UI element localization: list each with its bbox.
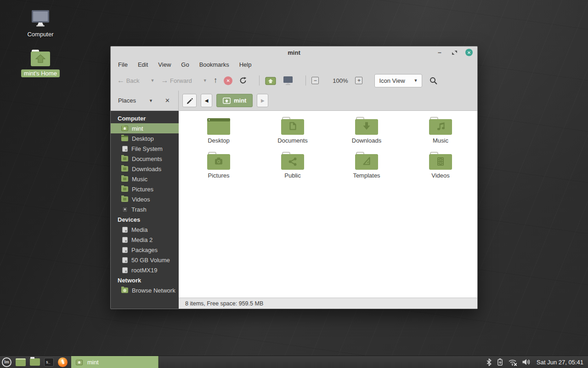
places-label: Places bbox=[118, 97, 136, 104]
zoom-in-button[interactable]: + bbox=[355, 77, 362, 84]
file-downloads[interactable]: Downloads bbox=[339, 115, 394, 144]
taskbar-window-button[interactable]: mint bbox=[71, 356, 158, 368]
stop-icon: ✕ bbox=[224, 76, 232, 85]
terminal-launcher-icon[interactable]: $_ bbox=[44, 358, 54, 367]
music-folder-icon bbox=[428, 115, 453, 136]
sidebar-item-documents[interactable]: Documents bbox=[111, 154, 179, 164]
search-button[interactable] bbox=[430, 77, 437, 85]
computer-icon bbox=[283, 76, 294, 85]
file-view[interactable]: Desktop Documents Downloads bbox=[179, 111, 477, 298]
back-history-dropdown[interactable]: ▼ bbox=[151, 78, 155, 83]
restore-button[interactable] bbox=[451, 49, 458, 56]
drive-icon bbox=[122, 257, 128, 263]
sidebar-item-browse-network[interactable]: Browse Network bbox=[111, 285, 179, 295]
path-scroll-right-button[interactable]: ▶ bbox=[257, 94, 268, 107]
path-scroll-left-button[interactable]: ◀ bbox=[201, 94, 212, 107]
refresh-button[interactable] bbox=[239, 76, 247, 85]
file-videos[interactable]: Videos bbox=[413, 150, 468, 179]
wifi-disconnected-icon[interactable] bbox=[508, 358, 518, 366]
home-folder-icon bbox=[223, 98, 231, 104]
places-header[interactable]: Places ▼ ✕ bbox=[111, 91, 179, 110]
bluetooth-icon[interactable] bbox=[486, 358, 492, 366]
view-mode-dropdown[interactable]: Icon View ▼ bbox=[374, 74, 422, 87]
sidebar-item-videos[interactable]: Videos bbox=[111, 194, 179, 204]
home-button[interactable] bbox=[265, 76, 276, 85]
sidebar-section-computer: Computer bbox=[111, 113, 179, 123]
sidebar-item-50gb-volume[interactable]: 50 GB Volume bbox=[111, 255, 179, 265]
mint-menu-button[interactable]: lm bbox=[2, 357, 11, 367]
drive-icon bbox=[122, 227, 128, 233]
desktop-icon-label: mint's Home bbox=[21, 69, 60, 77]
sidebar-item-mint[interactable]: mint bbox=[111, 123, 179, 133]
file-public[interactable]: Public bbox=[265, 150, 320, 179]
zoom-out-button[interactable]: − bbox=[311, 77, 319, 84]
pencil-icon bbox=[186, 97, 193, 104]
battery-charging-icon[interactable] bbox=[496, 358, 504, 366]
computer-button[interactable] bbox=[283, 76, 294, 85]
volume-icon[interactable] bbox=[522, 358, 531, 366]
sidebar-item-downloads[interactable]: Downloads bbox=[111, 164, 179, 174]
sidebar-section-devices: Devices bbox=[111, 214, 179, 224]
window-titlebar[interactable]: mint – ✕ bbox=[111, 46, 477, 58]
close-sidebar-icon[interactable]: ✕ bbox=[165, 97, 170, 104]
window-title: mint bbox=[288, 49, 300, 56]
network-folder-icon bbox=[121, 288, 128, 293]
sidebar-item-rootmx19[interactable]: rootMX19 bbox=[111, 265, 179, 275]
edit-location-button[interactable] bbox=[182, 94, 197, 107]
clock[interactable]: Sat Jun 27, 05:41 bbox=[537, 359, 583, 366]
public-folder-icon bbox=[280, 150, 305, 171]
zoom-out-icon: − bbox=[311, 77, 319, 84]
back-button[interactable]: ← Back bbox=[117, 76, 140, 85]
sidebar-item-trash[interactable]: Trash bbox=[111, 204, 179, 214]
stop-button[interactable]: ✕ bbox=[224, 76, 232, 85]
sidebar-item-desktop[interactable]: Desktop bbox=[111, 133, 179, 144]
pathbar: ◀ mint ▶ bbox=[179, 91, 477, 110]
zoom-level: 100% bbox=[333, 77, 348, 84]
minimize-button[interactable]: – bbox=[436, 49, 443, 56]
home-folder-icon bbox=[121, 126, 128, 131]
file-templates[interactable]: Templates bbox=[339, 150, 394, 179]
menu-edit[interactable]: Edit bbox=[138, 61, 148, 68]
firefox-launcher-icon[interactable] bbox=[58, 357, 68, 367]
back-arrow-icon: ← bbox=[117, 76, 124, 85]
close-button[interactable]: ✕ bbox=[465, 49, 473, 56]
up-button[interactable]: ↑ bbox=[214, 76, 218, 85]
file-desktop[interactable]: Desktop bbox=[191, 115, 246, 144]
breadcrumb-current[interactable]: mint bbox=[216, 94, 253, 107]
forward-history-dropdown[interactable]: ▼ bbox=[203, 78, 207, 83]
sidebar-item-pictures[interactable]: Pictures bbox=[111, 184, 179, 194]
status-text: 8 items, Free space: 959.5 MB bbox=[185, 300, 263, 307]
chevron-down-icon[interactable]: ▼ bbox=[149, 98, 153, 103]
toolbar: ← Back ▼ → Forward ▼ ↑ ✕ bbox=[111, 70, 477, 91]
taskbar-window-label: mint bbox=[87, 359, 99, 366]
trash-icon bbox=[122, 207, 128, 213]
menu-help[interactable]: Help bbox=[239, 61, 252, 68]
sidebar-item-file-system[interactable]: File System bbox=[111, 144, 179, 154]
documents-folder-icon bbox=[280, 115, 305, 136]
music-folder-icon bbox=[121, 176, 128, 182]
desktop-icon-computer[interactable]: Computer bbox=[21, 8, 60, 38]
videos-folder-icon bbox=[428, 150, 453, 171]
menu-go[interactable]: Go bbox=[181, 61, 189, 68]
files-launcher-icon[interactable] bbox=[30, 358, 40, 366]
templates-folder-icon bbox=[354, 150, 379, 171]
pathbar-row: Places ▼ ✕ ◀ mint ▶ bbox=[111, 91, 477, 111]
forward-button[interactable]: → Forward bbox=[161, 76, 192, 85]
file-music[interactable]: Music bbox=[413, 115, 468, 144]
forward-arrow-icon: → bbox=[161, 76, 168, 85]
show-desktop-button[interactable] bbox=[16, 358, 26, 366]
home-folder-icon bbox=[265, 76, 276, 85]
menu-view[interactable]: View bbox=[158, 61, 171, 68]
sidebar-item-media-2[interactable]: Media 2 bbox=[111, 235, 179, 245]
toolbar-separator bbox=[305, 75, 306, 86]
file-pictures[interactable]: Pictures bbox=[191, 150, 246, 179]
system-tray: Sat Jun 27, 05:41 bbox=[486, 358, 588, 366]
desktop-folder-icon bbox=[206, 115, 232, 136]
sidebar-item-packages[interactable]: Packages bbox=[111, 245, 179, 255]
menu-file[interactable]: File bbox=[118, 61, 128, 68]
desktop-icon-mints-home[interactable]: mint's Home bbox=[21, 47, 60, 77]
sidebar-item-media[interactable]: Media bbox=[111, 224, 179, 235]
sidebar-item-music[interactable]: Music bbox=[111, 174, 179, 184]
file-documents[interactable]: Documents bbox=[265, 115, 320, 144]
menu-bookmarks[interactable]: Bookmarks bbox=[199, 61, 229, 68]
